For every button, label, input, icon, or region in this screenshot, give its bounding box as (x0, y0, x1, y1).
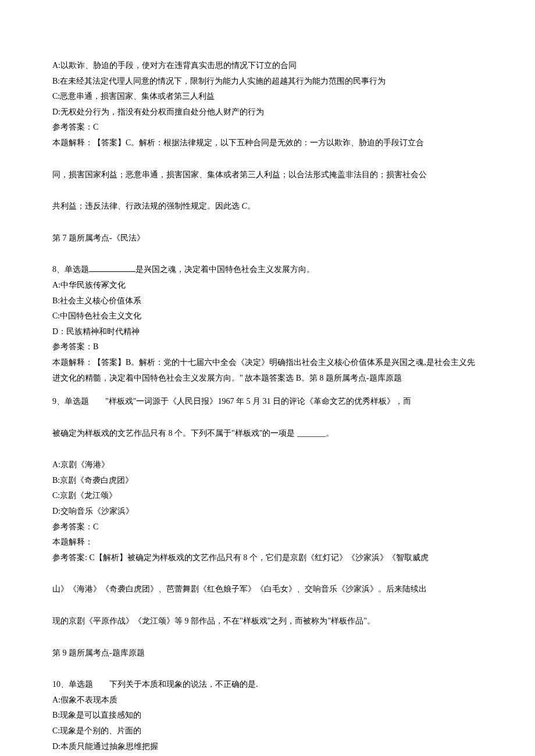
q7-topic: 第 7 题所属考点-《民法》 (52, 231, 483, 246)
q7-answer-label: 参考答案：C (52, 120, 483, 135)
q9-stem-line2: 被确定为样板戏的文艺作品只有 8 个。下列不属于"样板戏"的一项是 ______… (52, 426, 483, 442)
q9-option-b: B:京剧《奇袭白虎团》 (52, 473, 483, 489)
q8-answer-label: 参考答案：B (52, 339, 483, 355)
q7-explain-line3a: 共利益；违反法律、行政法规的强制性规定。因此选 (52, 202, 242, 210)
q8-stem: 8、单选题是兴国之魂，决定着中国特色社会主义发展方向。 (52, 262, 483, 278)
q8-stem-prefix: 8、单选题 (52, 265, 89, 274)
q7-option-b: B:在未经其法定代理人同意的情况下，限制行为能力人实施的超越其行为能力范围的民事… (52, 74, 483, 89)
q9-stem-line1: 9、单选题 "样板戏"一词源于《人民日报》1967 年 5 月 31 日的评论《… (52, 394, 483, 410)
q8-option-d: D：民族精神和时代精神 (52, 324, 483, 340)
q9-answer-label: 参考答案：C (52, 519, 483, 535)
q9-option-c: C:京剧《龙江颂》 (52, 488, 483, 504)
blank-line-icon (89, 271, 135, 272)
q7-explain-line3c: 。 (247, 202, 255, 210)
q7-explain-line2: 同，损害国家利益；恶意串通，损害国家、集体或者第三人利益；以合法形式掩盖非法目的… (52, 167, 483, 183)
q7-explain-c-italic: C (242, 202, 247, 210)
q8-option-b: B:社会主义核心价值体系 (52, 293, 483, 309)
q9-explain-line3: 现的京剧《平原作战》《龙江颂》等 9 部作品，不在"样板戏"之列，而被称为"样板… (52, 614, 483, 629)
q7-explain-line1: 本题解释：【答案】C。解析：根据法律规定，以下五种合同是无效的：一方以欺诈、胁迫… (52, 135, 483, 151)
q9-option-a: A:京剧《海港》 (52, 457, 483, 473)
q8-explain: 本题解释：【答案】B。解析：党的十七届六中全会《决定》明确指出社会主义核心价值体… (52, 355, 483, 386)
q8-option-a: A:中华民族传冢文化 (52, 278, 483, 293)
q10-option-b: B:现象是可以直接感知的 (52, 708, 483, 723)
q7-option-a: A:以欺诈、胁迫的手段，使对方在违背真实击思的情况下订立的合同 (52, 58, 483, 74)
q8-stem-suffix: 是兴国之魂，决定着中国特色社会主义发展方向。 (135, 265, 315, 274)
q7-explain-line3: 共利益；违反法律、行政法规的强制性规定。因此选 C。 (52, 199, 483, 214)
q10-option-a: A:假象不表现本质 (52, 693, 483, 708)
q9-explain-line1: 参考答案: C【解析】被确定为样板戏的文艺作品只有 8 个，它们是京剧《红灯记》… (52, 550, 483, 566)
q9-topic: 第 9 题所属考点-题库原题 (52, 646, 483, 661)
q10-option-d: D:本质只能通过抽象思维把握 (52, 739, 483, 755)
q9-option-d: D:交响音乐《沙家浜》 (52, 504, 483, 519)
q9-explain-label: 本题解释： (52, 535, 483, 550)
q10-stem: 10、单选题 下列关于本质和现象的说法，不正确的是. (52, 677, 483, 693)
q7-option-d: D:无权处分行为，指没有处分权而擅自处分他人财产的行为 (52, 105, 483, 120)
q7-option-c: C:恶意串通，损害国家、集体或者第三人利益 (52, 89, 483, 105)
document-page: A:以欺诈、胁迫的手段，使对方在违背真实击思的情况下订立的合同 B:在未经其法定… (0, 0, 535, 756)
q10-option-c: C:现象是个别的、片面的 (52, 723, 483, 739)
q8-option-c: C:中国特色社会主义文化 (52, 309, 483, 324)
q9-explain-line2: 山》《海港》《奇袭白虎团》、芭蕾舞剧《红色娘子军》《白毛女》、交响音乐《沙家浜》… (52, 582, 483, 597)
